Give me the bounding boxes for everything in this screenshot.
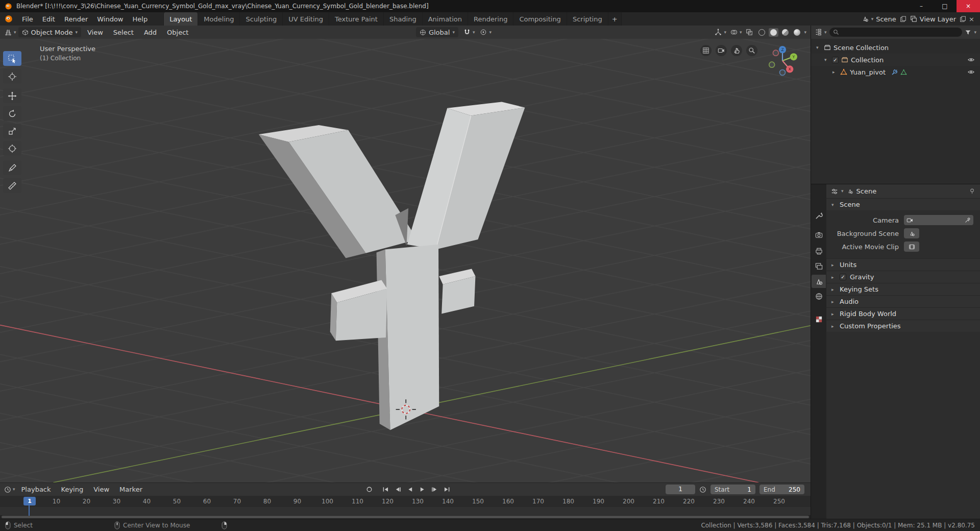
viewport-menu-add[interactable]: Add: [140, 29, 161, 36]
eyedropper-icon[interactable]: [965, 217, 971, 223]
timeline-tracks[interactable]: [0, 507, 811, 515]
zoom-icon[interactable]: [746, 45, 757, 56]
tab-rendering[interactable]: Rendering: [468, 12, 513, 26]
shading-rendered-button[interactable]: [792, 28, 802, 37]
tab-texture-properties[interactable]: [812, 312, 826, 326]
close-button[interactable]: ×: [957, 0, 980, 12]
timeline-ruler[interactable]: 10 20 30 40 50 60 70 80 90 100 110 120 1…: [0, 496, 811, 507]
minimize-button[interactable]: –: [910, 0, 933, 12]
chevron-down-icon[interactable]: ▾: [804, 30, 806, 35]
timeline-menu-playback[interactable]: Playback: [17, 486, 55, 493]
chevron-down-icon[interactable]: ▾: [740, 30, 742, 35]
panel-gravity[interactable]: ▸ ✓ Gravity: [826, 271, 980, 283]
modifier-wrench-icon[interactable]: [891, 69, 898, 76]
panel-rigid-body-world[interactable]: ▸ Rigid Body World: [826, 307, 980, 320]
add-workspace-button[interactable]: +: [608, 12, 622, 26]
tab-texture-paint[interactable]: Texture Paint: [329, 12, 384, 26]
viewport-menu-view[interactable]: View: [83, 29, 107, 36]
tab-scene-properties[interactable]: [812, 275, 826, 288]
timeline-menu-marker[interactable]: Marker: [115, 486, 146, 493]
editor-type-3d-viewport-icon[interactable]: ▾: [4, 28, 16, 36]
panel-audio[interactable]: ▸ Audio: [826, 295, 980, 307]
preview-range-clock-icon[interactable]: [699, 486, 706, 493]
blender-menu-icon[interactable]: [0, 12, 17, 26]
filter-icon[interactable]: [965, 29, 971, 36]
transform-tool[interactable]: [3, 141, 21, 156]
tab-view-layer-properties[interactable]: [812, 259, 826, 273]
camera-view-icon[interactable]: [716, 45, 727, 56]
gizmo-neg-x-ball[interactable]: [773, 50, 778, 56]
chevron-down-icon[interactable]: ▾: [724, 30, 726, 35]
shading-solid-button[interactable]: [769, 28, 778, 37]
gizmo-neg-y-ball[interactable]: [769, 62, 775, 67]
outliner-search-input[interactable]: [829, 28, 963, 37]
pin-icon[interactable]: [969, 188, 975, 195]
tab-uv-editing[interactable]: UV Editing: [283, 12, 329, 26]
timeline-scrollbar[interactable]: [0, 515, 811, 519]
ortho-grid-icon[interactable]: [700, 45, 712, 56]
panel-units[interactable]: ▸ Units: [826, 258, 980, 271]
menu-render[interactable]: Render: [60, 12, 92, 26]
play-button[interactable]: [418, 485, 427, 494]
cursor-tool[interactable]: [3, 69, 21, 84]
menu-file[interactable]: File: [17, 12, 38, 26]
tab-world-properties[interactable]: [812, 289, 826, 303]
panel-scene[interactable]: ▾ Scene: [826, 198, 980, 210]
tab-tool-properties[interactable]: [812, 209, 826, 222]
tab-scripting[interactable]: Scripting: [567, 12, 608, 26]
current-frame-badge[interactable]: 1: [23, 497, 36, 505]
new-view-layer-button[interactable]: [960, 16, 966, 22]
editor-type-outliner-icon[interactable]: [815, 29, 822, 36]
annotate-tool[interactable]: [3, 160, 21, 175]
tab-render-properties[interactable]: [812, 228, 826, 242]
panel-custom-properties[interactable]: ▸ Custom Properties: [826, 320, 980, 332]
collection-exclude-checkbox[interactable]: ✓: [832, 57, 839, 63]
mode-dropdown[interactable]: Object Mode ▾: [18, 27, 81, 37]
view-layer-selector[interactable]: View Layer: [908, 14, 959, 24]
transform-orientation-dropdown[interactable]: Global ▾: [416, 27, 458, 37]
expanded-arrow-icon[interactable]: ▾: [816, 45, 821, 50]
background-scene-field[interactable]: [904, 228, 919, 238]
tab-modeling[interactable]: Modeling: [198, 12, 240, 26]
viewport-menu-select[interactable]: Select: [109, 29, 138, 36]
mesh-data-icon[interactable]: [900, 69, 907, 76]
editor-type-timeline-icon[interactable]: ▾: [4, 486, 15, 493]
auto-keying-record-button[interactable]: [364, 485, 374, 494]
rotate-tool[interactable]: [3, 106, 21, 121]
show-overlays-icon[interactable]: [730, 29, 738, 36]
panel-keying-sets[interactable]: ▸ Keying Sets: [826, 283, 980, 295]
current-frame-field[interactable]: 1: [666, 485, 695, 494]
start-frame-field[interactable]: Start 1: [710, 485, 755, 494]
tab-compositing[interactable]: Compositing: [513, 12, 567, 26]
editor-type-properties-icon[interactable]: [831, 188, 838, 195]
jump-to-start-button[interactable]: [381, 485, 390, 494]
visibility-eye-icon[interactable]: [967, 68, 975, 76]
3d-viewport-canvas[interactable]: User Perspective (1) Collection: [0, 39, 811, 482]
move-tool[interactable]: [3, 88, 21, 103]
gizmo-neg-z-ball[interactable]: [780, 70, 786, 76]
snap-magnet-icon[interactable]: [463, 29, 471, 36]
select-box-tool[interactable]: [3, 51, 21, 66]
outliner-row-collection[interactable]: ▾ ✓ Collection: [811, 54, 980, 66]
timeline-menu-keying[interactable]: Keying: [57, 486, 88, 493]
measure-tool[interactable]: [3, 178, 21, 193]
proportional-editing-icon[interactable]: [480, 29, 487, 36]
timeline-menu-view[interactable]: View: [89, 486, 113, 493]
end-frame-field[interactable]: End 250: [760, 485, 804, 494]
outliner-row-yuan-pivot[interactable]: ▸ Yuan_pivot: [811, 66, 980, 78]
viewport-menu-object[interactable]: Object: [163, 29, 192, 36]
tab-output-properties[interactable]: [812, 244, 826, 257]
tab-animation[interactable]: Animation: [423, 12, 468, 26]
tab-layout[interactable]: Layout: [163, 12, 198, 26]
tab-shading[interactable]: Shading: [384, 12, 423, 26]
jump-to-end-button[interactable]: [442, 485, 452, 494]
visibility-eye-icon[interactable]: [967, 56, 975, 63]
tab-sculpting[interactable]: Sculpting: [240, 12, 283, 26]
new-scene-button[interactable]: [900, 16, 906, 22]
menu-help[interactable]: Help: [128, 12, 153, 26]
scene-selector[interactable]: ▾ Scene: [859, 14, 899, 24]
expanded-arrow-icon[interactable]: ▾: [824, 57, 829, 62]
shading-wireframe-button[interactable]: [757, 28, 767, 37]
menu-window[interactable]: Window: [92, 12, 128, 26]
gravity-checkbox[interactable]: ✓: [840, 274, 846, 280]
